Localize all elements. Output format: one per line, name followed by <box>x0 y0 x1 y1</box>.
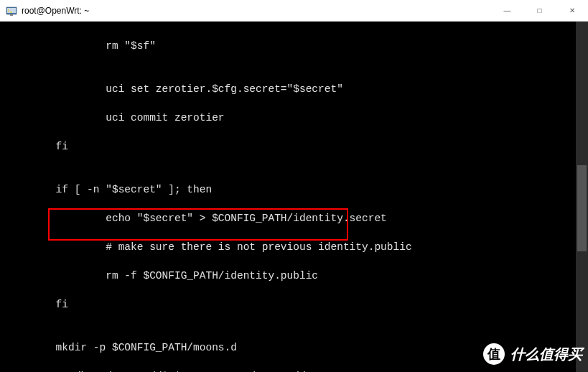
titlebar[interactable]: root@OpenWrt: ~ — □ ✕ <box>0 0 588 22</box>
scrollbar-thumb[interactable] <box>577 165 587 251</box>
watermark-badge-icon: 值 <box>482 342 506 366</box>
window-title: root@OpenWrt: ~ <box>22 6 491 16</box>
putty-icon <box>6 5 17 17</box>
window-controls: — □ ✕ <box>491 0 588 21</box>
terminal-window: root@OpenWrt: ~ — □ ✕ rm "$sf" uci set z… <box>0 0 588 372</box>
terminal-content[interactable]: rm "$sf" uci set zerotier.$cfg.secret="$… <box>0 22 588 372</box>
watermark-text: 什么值得买 <box>510 347 582 361</box>
code-line: uci set zerotier.$cfg.secret="$secret" <box>6 82 582 96</box>
svg-rect-2 <box>10 14 13 16</box>
code-line: cp /home/moons.d/* $CONFIG_PATH/moons.d/ <box>6 369 582 372</box>
code-line: if [ -n "$secret" ]; then <box>6 182 582 197</box>
watermark: 值 什么值得买 <box>482 342 582 366</box>
code-line: # make sure there is not previous identi… <box>6 240 582 254</box>
maximize-button[interactable]: □ <box>523 0 556 21</box>
close-button[interactable]: ✕ <box>556 0 588 21</box>
code-line: rm -f $CONFIG_PATH/identity.public <box>6 269 582 283</box>
vertical-scrollbar[interactable] <box>576 22 588 372</box>
minimize-button[interactable]: — <box>491 0 523 21</box>
code-line: fi <box>6 297 582 312</box>
code-line: uci commit zerotier <box>6 111 582 125</box>
code-line: fi <box>6 139 582 154</box>
code-line: rm "$sf" <box>6 39 582 53</box>
code-line: echo "$secret" > $CONFIG_PATH/identity.s… <box>6 211 582 225</box>
